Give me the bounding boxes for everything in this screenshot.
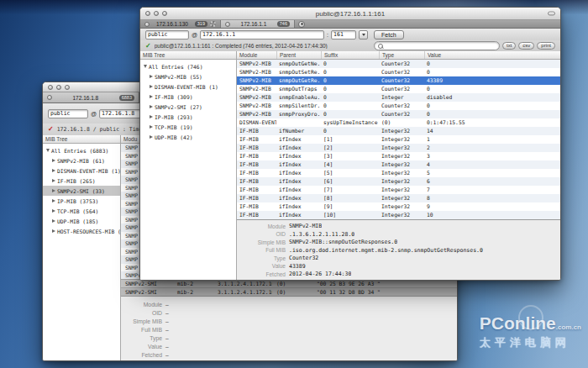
tree-item[interactable]: IF-MIB (265) (43, 176, 120, 186)
tree-item[interactable]: IP-MIB (293) (140, 112, 236, 122)
table-row[interactable]: IF-MIB ifIndex [8] Integer32 8 (237, 194, 560, 202)
table-row[interactable]: IF-MIB ifIndex [10] Integer32 10 (237, 211, 560, 219)
tree-item[interactable]: SNMPv2-SMI (27) (140, 102, 236, 112)
table-row[interactable]: IF-MIB ifIndex [3] Integer32 3 (237, 152, 560, 160)
tab-172-16-1-1[interactable]: 172.16.1.1 746 (221, 20, 295, 28)
community-input[interactable] (48, 109, 88, 118)
detail-label: Simple MIB (121, 318, 165, 324)
disclosure-closed-icon[interactable] (52, 159, 55, 162)
community-input[interactable] (145, 30, 189, 39)
disclosure-closed-icon[interactable] (52, 199, 55, 202)
toolbar-toggle-icon[interactable] (548, 12, 555, 16)
tab-close-icon[interactable] (225, 22, 230, 27)
disclosure-closed-icon[interactable] (150, 135, 153, 139)
tree-item[interactable]: SNMPv2-MIB (55) (140, 71, 236, 81)
tab-count-badge: 319 (195, 21, 207, 27)
table-row[interactable]: SNMPv2-MIB snmpProxyDro.. 0 Counter32 0 (237, 110, 560, 118)
tree-item[interactable]: UDP-MIB (185) (43, 216, 120, 226)
tab-count-badge: 746 (277, 21, 290, 27)
tab-close-icon[interactable] (144, 22, 150, 27)
column-header-module[interactable]: Module (237, 51, 276, 59)
table-row[interactable]: IF-MIB ifIndex [7] Integer32 7 (237, 186, 560, 194)
cell-value: 43389 (424, 76, 560, 85)
table-row[interactable]: IF-MIB ifNumber 0 Integer32 14 (237, 127, 560, 135)
table-row[interactable]: IF-MIB ifIndex [4] Integer32 4 (237, 160, 560, 169)
tree-item[interactable]: IP-MIB (3753) (43, 196, 120, 206)
table-row[interactable]: SNMPv2-SMI mib-2 3.1.1.2.4.1.172.16.. (0… (121, 287, 457, 296)
cell-parent: snmpEnableAu.. (276, 93, 321, 102)
close-window-icon[interactable] (48, 85, 53, 90)
tree-item[interactable]: SNMPv2-MIB (61) (43, 155, 120, 166)
cell-parent: ifIndex (276, 186, 321, 194)
front-mib-tree[interactable]: All Entries (746) SNMPv2-MIB (55) DISMAN… (140, 60, 236, 280)
table-row[interactable]: SNMPv2-MIB snmpOutGetNe.. 0 Counter32 0 (237, 60, 560, 68)
disclosure-closed-icon[interactable] (52, 169, 55, 172)
port-dropdown-button[interactable] (359, 30, 368, 39)
table-row[interactable]: SNMPv2-MIB snmpOutTraps 0 Counter32 0 (237, 85, 560, 93)
tree-item[interactable]: TCP-MIB (19) (140, 122, 236, 132)
cell-type: Counter32 (379, 102, 424, 110)
print-button[interactable]: print (537, 42, 555, 50)
disclosure-closed-icon[interactable] (150, 95, 153, 98)
tree-root[interactable]: All Entries (746) (140, 61, 236, 71)
table-row[interactable]: SNMPv2-MIB snmpOutSetRe.. 0 Counter32 0 (237, 68, 560, 76)
table-row[interactable]: IF-MIB ifIndex [2] Integer32 2 (237, 144, 560, 152)
tree-item-label: IF-MIB (309) (155, 94, 193, 100)
column-header-value[interactable]: Value (424, 51, 560, 59)
host-input[interactable] (200, 30, 324, 39)
fetch-button[interactable]: Fetch (374, 30, 404, 39)
tree-item[interactable]: UDP-MIB (42) (140, 132, 236, 142)
disclosure-closed-icon[interactable] (150, 85, 153, 88)
tree-item[interactable]: DISMAN-EVENT-MIB (1) (140, 81, 236, 92)
search-input[interactable] (374, 41, 500, 50)
column-header-suffix[interactable]: Suffix (321, 51, 379, 59)
disclosure-closed-icon[interactable] (150, 75, 153, 78)
disclosure-closed-icon[interactable] (150, 125, 153, 129)
tree-item[interactable]: TCP-MIB (564) (43, 206, 120, 216)
minimize-window-icon[interactable] (56, 85, 61, 90)
table-row[interactable]: IF-MIB ifIndex [9] Integer32 9 (237, 202, 560, 211)
cell-value: 3 (424, 152, 560, 160)
disclosure-closed-icon[interactable] (150, 105, 153, 108)
disclosure-closed-icon[interactable] (52, 179, 55, 182)
table-row[interactable]: SNMPv2-MIB snmpOutGetRe.. 0 Counter32 43… (237, 76, 560, 85)
disclosure-closed-icon[interactable] (52, 209, 55, 213)
tree-item[interactable]: IF-MIB (309) (140, 92, 236, 102)
export-txt-button[interactable]: txt (502, 42, 516, 50)
disclosure-closed-icon[interactable] (150, 115, 153, 118)
zoom-window-icon[interactable] (65, 85, 70, 90)
table-row[interactable]: IF-MIB ifIndex [1] Integer32 1 (237, 135, 560, 144)
tree-root[interactable]: All Entries (6883) (43, 145, 120, 155)
disclosure-open-icon[interactable] (46, 149, 50, 152)
column-header-parent[interactable]: Parent (276, 51, 321, 59)
tree-item[interactable]: DISMAN-EVENT-MIB (1) (43, 166, 120, 176)
column-header-type[interactable]: Type (379, 51, 424, 59)
table-row[interactable]: IF-MIB ifIndex [5] Integer32 5 (237, 169, 560, 177)
table-row[interactable]: DISMAN-EVENT-MIB sysUpTimeInstance (0) 0… (237, 118, 560, 127)
table-row[interactable]: SNMPv2-MIB snmpSilentDr.. 0 Counter32 0 (237, 102, 560, 110)
front-window[interactable]: public@172.16.1.1:161 172.16.1.130 319 1… (139, 7, 561, 281)
new-tab-button[interactable] (298, 21, 305, 28)
tab-172-16-1-130[interactable]: 172.16.1.130 319 (140, 20, 221, 28)
front-status-text: public@172.16.1.1:161 : Completed (746 e… (155, 43, 328, 49)
tab-close-icon[interactable] (47, 95, 52, 100)
disclosure-open-icon[interactable] (144, 65, 147, 68)
detail-label: Value (237, 263, 289, 269)
tree-item[interactable]: HOST-RESOURCES-MIB (2021 (43, 226, 120, 236)
cell-type: Integer (379, 93, 424, 102)
disclosure-closed-icon[interactable] (52, 189, 55, 192)
disclosure-closed-icon[interactable] (52, 219, 55, 223)
back-mib-tree[interactable]: All Entries (6883) SNMPv2-MIB (61) DISMA… (43, 144, 121, 360)
back-tab[interactable]: 172.16.1.8 6883 (43, 92, 139, 103)
table-row[interactable]: SNMPv2-MIB snmpEnableAu.. 0 Integer disa… (237, 93, 560, 102)
port-input[interactable] (331, 30, 356, 39)
disclosure-closed-icon[interactable] (52, 229, 55, 233)
export-csv-button[interactable]: csv (518, 42, 534, 50)
tree-item[interactable]: SNMPv2-SMI (33) (43, 186, 120, 196)
cell-module: IF-MIB (237, 194, 276, 202)
cell-module: SNMPv2-MIB (237, 85, 276, 93)
cell-value: 0 (424, 60, 560, 68)
front-titlebar[interactable]: public@172.16.1.1:161 (140, 8, 560, 20)
detail-value: – (165, 344, 169, 350)
table-row[interactable]: IF-MIB ifIndex [6] Integer32 6 (237, 177, 560, 186)
